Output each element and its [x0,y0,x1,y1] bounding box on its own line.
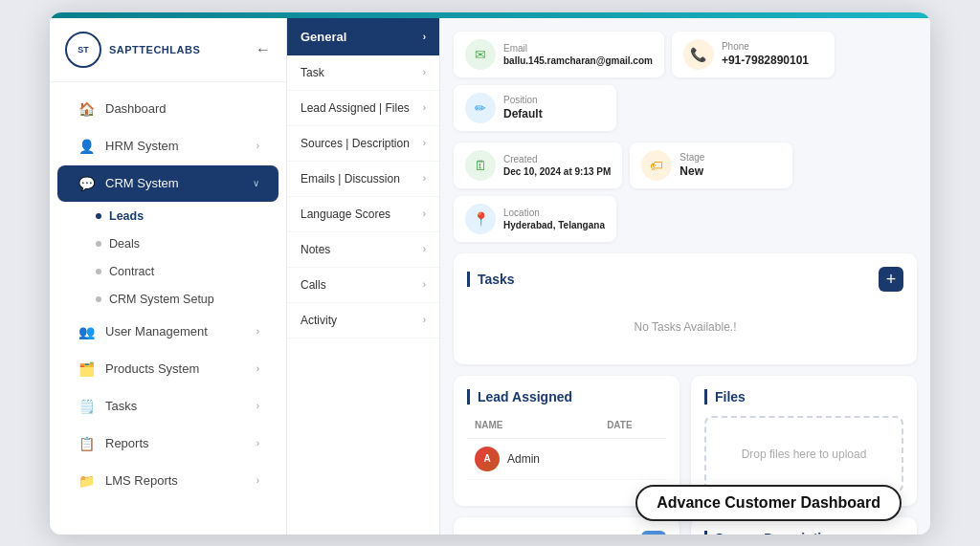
lms-icon: 📁 [77,471,96,491]
email-value: ballu.145.ramcharan@gmail.com [503,55,653,66]
email-card: ✉ Email ballu.145.ramcharan@gmail.com [454,32,664,77]
sidebar-item-deals[interactable]: Deals [84,230,282,257]
info-cards-row: ✉ Email ballu.145.ramcharan@gmail.com 📞 … [454,32,917,131]
middle-emails-label: Emails | Discussion [301,172,400,186]
sidebar-item-crm[interactable]: 💬 CRM System ∨ [57,165,278,202]
dashboard-icon: 🏠 [77,99,96,119]
sources-header: Sources ✏ [467,531,666,535]
position-value: Default [503,107,543,120]
crm-submenu: Leads Deals Contract CRM System Setup [50,203,286,313]
lms-label: LMS Reports [105,473,256,488]
crm-icon: 💬 [77,174,96,193]
location-card-icon: 📍 [465,204,496,234]
tasks-header: Tasks + [467,267,903,292]
crm-arrow: ∨ [253,178,259,188]
back-button[interactable]: ← [256,41,271,58]
stage-card-icon: 🏷 [641,150,672,181]
source-desc-title: Source Description [704,531,837,535]
sidebar-item-contract[interactable]: Contract [84,258,282,285]
position-card: ✏ Position Default [454,85,616,131]
bottom-badge-text: Advance Customer Dashboard [657,494,880,511]
sidebar-nav: 🏠 Dashboard 👤 HRM System › 💬 CRM System … [50,82,286,535]
middle-calls-arrow: › [423,279,426,290]
sidebar-item-dashboard[interactable]: 🏠 Dashboard [57,91,278,127]
drop-label: Drop files here to upload [742,448,867,461]
crm-label: CRM System [105,176,253,190]
reports-arrow: › [256,438,259,448]
sidebar-item-crm-setup[interactable]: CRM System Setup [84,286,282,313]
middle-item-task[interactable]: Task › [287,55,439,91]
tasks-nav-label: Tasks [105,399,256,413]
middle-language-arrow: › [423,208,426,219]
reports-label: Reports [105,436,256,450]
lead-assigned-table: NAME DATE A Admin [467,416,666,480]
lead-name-col: NAME [467,416,599,439]
middle-item-sources[interactable]: Sources | Description › [287,126,439,162]
middle-activity-label: Activity [301,314,337,327]
logo-icon: ST [65,32,101,68]
crm-setup-dot [96,296,101,302]
lms-arrow: › [256,475,259,486]
middle-item-calls[interactable]: Calls › [287,268,439,303]
middle-header-arrow: › [423,32,426,42]
contract-label: Contract [109,265,154,278]
middle-item-notes[interactable]: Notes › [287,232,439,268]
phone-card: 📞 Phone +91-7982890101 [672,32,835,77]
middle-calls-label: Calls [301,278,326,292]
sidebar-item-lms[interactable]: 📁 LMS Reports › [57,463,278,499]
location-value: Hyderabad, Telangana [503,220,605,230]
location-card-content: Location Hyderabad, Telangana [503,207,605,230]
email-card-icon: ✉ [465,39,496,70]
lead-row-date [599,438,666,479]
products-label: Products System [105,361,256,376]
sources-edit-button[interactable]: ✏ [641,531,666,535]
middle-item-activity[interactable]: Activity › [287,303,439,339]
main-content: ✉ Email ballu.145.ramcharan@gmail.com 📞 … [440,18,930,535]
sidebar: ST SAPTTECHLABS ← 🏠 Dashboard 👤 HRM Syst… [50,18,287,535]
sidebar-item-tasks[interactable]: 🗒️ Tasks › [57,388,278,425]
middle-item-lead-files[interactable]: Lead Assigned | Files › [287,91,439,126]
position-icon: ✏ [475,100,486,116]
email-card-content: Email ballu.145.ramcharan@gmail.com [503,43,653,66]
files-header: Files [704,389,903,404]
tasks-add-button[interactable]: + [879,267,903,292]
phone-label: Phone [722,41,809,52]
created-card: 🗓 Created Dec 10, 2024 at 9:13 PM [454,142,622,188]
file-drop-zone[interactable]: Drop files here to upload [704,416,903,492]
location-icon: 📍 [473,211,489,227]
phone-card-content: Phone +91-7982890101 [722,41,809,67]
sidebar-item-leads[interactable]: Leads [84,203,282,229]
sidebar-item-user-management[interactable]: 👥 User Management › [57,314,278,350]
stage-card-content: Stage New [679,152,704,178]
reports-icon: 📋 [77,434,96,453]
tasks-section: Tasks + No Tasks Available.! [454,253,917,364]
stage-icon: 🏷 [650,158,663,173]
user-mgmt-arrow: › [256,326,259,337]
tasks-title: Tasks [467,272,515,287]
table-row: A Admin [467,438,666,479]
user-mgmt-icon: 👥 [77,322,96,341]
lead-avatar-cell: A Admin [475,447,591,471]
middle-sources-arrow: › [423,138,426,148]
sidebar-item-reports[interactable]: 📋 Reports › [57,426,278,462]
sidebar-item-products[interactable]: 🗂️ Products System › [57,351,278,387]
position-card-content: Position Default [503,95,543,120]
middle-item-emails[interactable]: Emails | Discussion › [287,162,439,197]
products-icon: 🗂️ [77,360,96,379]
leads-dot [96,213,101,219]
middle-item-language[interactable]: Language Scores › [287,197,439,232]
created-card-icon: 🗓 [465,150,496,181]
created-value: Dec 10, 2024 at 9:13 PM [503,166,611,177]
bottom-badge: Advance Customer Dashboard [635,485,902,521]
deals-label: Deals [109,237,140,251]
middle-panel-header: General › [287,18,439,55]
middle-emails-arrow: › [423,173,426,184]
phone-value: +91-7982890101 [722,54,809,67]
lead-date-col: DATE [599,416,666,439]
lead-assigned-title: Lead Assigned [467,389,572,404]
sidebar-item-hrm[interactable]: 👤 HRM System › [57,128,278,164]
stage-label: Stage [679,152,704,163]
position-label: Position [503,95,543,105]
source-desc-header: Source Description [704,531,903,535]
location-label: Location [503,207,605,218]
